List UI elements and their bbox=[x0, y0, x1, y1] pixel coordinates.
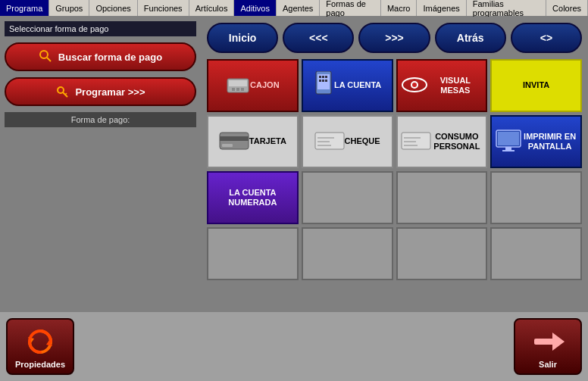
cell-visual-mesas[interactable]: VISUAL MESAS bbox=[396, 59, 488, 112]
svg-rect-23 bbox=[222, 144, 233, 147]
svg-marker-39 bbox=[552, 333, 565, 351]
salir-button[interactable]: Salir bbox=[514, 318, 582, 375]
svg-point-0 bbox=[40, 51, 48, 58]
consumo-personal-label: CONSUMO PERSONAL bbox=[431, 132, 483, 151]
cell-invita[interactable]: INVITA bbox=[490, 59, 582, 112]
search-button[interactable]: Buscar forma de pago bbox=[5, 42, 196, 71]
menu-formas-pago[interactable]: Formas de pago bbox=[320, 0, 381, 16]
menu-programa[interactable]: Programa bbox=[0, 0, 49, 16]
grid-empty-3 bbox=[490, 171, 582, 224]
la-cuenta-numerada-label: LA CUENTA NUMERADA bbox=[211, 188, 294, 208]
cheque-label: CHEQUE bbox=[345, 136, 380, 146]
nav-inicio[interactable]: Inicio bbox=[207, 23, 278, 53]
invita-label: INVITA bbox=[523, 80, 549, 90]
menu-familias[interactable]: Familias programables bbox=[467, 0, 546, 16]
server-icon bbox=[313, 71, 334, 101]
nav-atras[interactable]: Atrás bbox=[435, 23, 506, 53]
la-cuenta-label: LA CUENTA bbox=[334, 80, 381, 90]
nav-diamond[interactable]: <> bbox=[511, 23, 582, 53]
program-button[interactable]: Programar >>> bbox=[5, 77, 196, 106]
search-btn-label: Buscar forma de pago bbox=[58, 52, 162, 63]
svg-line-4 bbox=[65, 93, 67, 95]
main-area: Inicio <<< >>> Atrás <> CAJON bbox=[201, 17, 588, 312]
svg-rect-13 bbox=[322, 76, 324, 78]
grid-empty-4 bbox=[207, 227, 299, 280]
menu-grupos[interactable]: Grupos bbox=[49, 0, 89, 16]
cell-cajon[interactable]: CAJON bbox=[207, 59, 299, 112]
grid-empty-1 bbox=[302, 171, 393, 224]
nav-row: Inicio <<< >>> Atrás <> bbox=[207, 23, 582, 53]
program-btn-label: Programar >>> bbox=[75, 86, 145, 98]
menu-articulos[interactable]: Artículos bbox=[189, 0, 235, 16]
menu-aditivos[interactable]: Aditivos bbox=[234, 0, 277, 16]
cell-la-cuenta-numerada[interactable]: LA CUENTA NUMERADA bbox=[207, 171, 299, 224]
register-icon bbox=[226, 73, 250, 99]
menu-macro[interactable]: Macro bbox=[381, 0, 418, 16]
grid-empty-2 bbox=[396, 171, 488, 224]
nav-fwd3[interactable]: >>> bbox=[358, 23, 430, 53]
grid-empty-5 bbox=[302, 227, 393, 280]
cheque-icon bbox=[314, 130, 345, 154]
svg-rect-28 bbox=[402, 133, 430, 149]
search-icon bbox=[39, 49, 52, 65]
menu-colores[interactable]: Colores bbox=[546, 0, 588, 16]
menu-opciones[interactable]: Opciones bbox=[89, 0, 137, 16]
svg-rect-33 bbox=[498, 132, 519, 145]
svg-rect-22 bbox=[220, 136, 249, 141]
bottom-bar: Propiedades Salir bbox=[0, 312, 588, 381]
menu-agentes[interactable]: Agentes bbox=[277, 0, 320, 16]
svg-point-2 bbox=[58, 87, 64, 93]
key-icon bbox=[55, 84, 69, 100]
consumo-icon bbox=[401, 130, 431, 154]
svg-rect-17 bbox=[325, 80, 327, 82]
monitor-icon bbox=[495, 129, 522, 155]
svg-rect-8 bbox=[236, 88, 239, 91]
visual-mesas-label: VISUAL MESAS bbox=[428, 76, 483, 95]
cell-tarjeta[interactable]: TARJETA bbox=[207, 115, 299, 168]
svg-rect-6 bbox=[229, 80, 247, 86]
svg-rect-16 bbox=[322, 80, 324, 82]
propiedades-label: Propiedades bbox=[15, 360, 65, 369]
salir-label: Salir bbox=[539, 360, 557, 369]
svg-rect-24 bbox=[315, 133, 344, 149]
svg-rect-34 bbox=[505, 147, 511, 150]
left-panel: Seleccionar forma de pago Buscar forma d… bbox=[0, 17, 201, 312]
svg-rect-12 bbox=[319, 76, 321, 78]
left-panel-title: Seleccionar forma de pago bbox=[5, 21, 196, 36]
exit-arrow-icon bbox=[531, 325, 565, 360]
svg-rect-15 bbox=[319, 80, 321, 82]
svg-rect-7 bbox=[232, 88, 235, 91]
card-icon bbox=[219, 130, 249, 154]
svg-rect-14 bbox=[325, 76, 327, 78]
payment-grid: CAJON LA CUENTA bbox=[207, 59, 582, 280]
forma-pago-field: Forma de pago: bbox=[5, 112, 196, 127]
svg-rect-9 bbox=[241, 88, 244, 91]
cajon-label: CAJON bbox=[250, 80, 280, 90]
imprimir-label: IMPRIMIR EN PANTALLA bbox=[522, 132, 577, 151]
cell-cheque[interactable]: CHEQUE bbox=[302, 115, 393, 168]
cell-consumo-personal[interactable]: CONSUMO PERSONAL bbox=[396, 115, 488, 168]
menu-funciones[interactable]: Funciones bbox=[138, 0, 189, 16]
propiedades-button[interactable]: Propiedades bbox=[6, 318, 74, 375]
tarjeta-label: TARJETA bbox=[249, 136, 286, 146]
svg-line-1 bbox=[47, 58, 51, 61]
eye-icon bbox=[401, 76, 428, 96]
svg-rect-38 bbox=[534, 339, 554, 345]
menu-bar: Programa Grupos Opciones Funciones Artíc… bbox=[0, 0, 588, 17]
cell-imprimir[interactable]: IMPRIMIR EN PANTALLA bbox=[490, 115, 582, 168]
svg-point-20 bbox=[412, 83, 417, 87]
menu-imagenes[interactable]: Imágenes bbox=[417, 0, 466, 16]
cell-la-cuenta[interactable]: LA CUENTA bbox=[302, 59, 393, 112]
refresh-icon bbox=[23, 325, 57, 360]
grid-empty-6 bbox=[396, 227, 488, 280]
nav-back3[interactable]: <<< bbox=[283, 23, 354, 53]
grid-empty-7 bbox=[490, 227, 582, 280]
svg-rect-35 bbox=[502, 150, 514, 151]
